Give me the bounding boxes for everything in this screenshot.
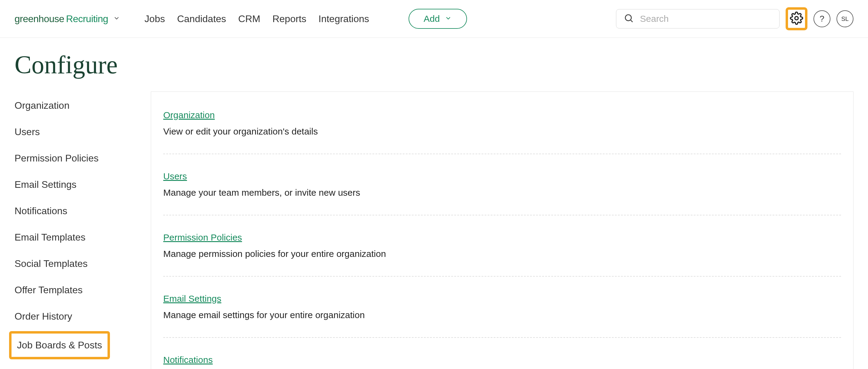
sidebar-item-offer-templates[interactable]: Offer Templates — [14, 284, 142, 296]
nav-jobs[interactable]: Jobs — [145, 13, 165, 25]
add-button[interactable]: Add — [408, 9, 467, 29]
config-item-users: Users Manage your team members, or invit… — [163, 171, 841, 215]
config-desc: Manage email settings for your entire or… — [163, 310, 841, 320]
chevron-down-icon[interactable] — [113, 14, 120, 23]
config-link-email-settings[interactable]: Email Settings — [163, 294, 221, 304]
search-icon — [624, 13, 634, 25]
logo-group[interactable]: greenhouse Recruiting — [14, 13, 120, 25]
config-desc: View or edit your organization's details — [163, 126, 841, 136]
main-nav: Jobs Candidates CRM Reports Integrations — [145, 13, 369, 25]
config-link-notifications[interactable]: Notifications — [163, 355, 213, 365]
top-bar: greenhouse Recruiting Jobs Candidates CR… — [0, 0, 868, 38]
question-icon: ? — [819, 14, 825, 24]
config-item-organization: Organization View or edit your organizat… — [163, 110, 841, 154]
config-desc: Manage permission policies for your enti… — [163, 249, 841, 259]
config-desc: Manage your team members, or invite new … — [163, 187, 841, 198]
sidebar-item-notifications[interactable]: Notifications — [14, 206, 142, 217]
sidebar-item-order-history[interactable]: Order History — [14, 311, 142, 322]
sidebar-item-email-settings[interactable]: Email Settings — [14, 179, 142, 190]
page-title: Configure — [0, 38, 868, 92]
search-input[interactable] — [640, 13, 772, 24]
user-avatar[interactable]: SL — [837, 10, 854, 27]
sidebar-item-job-boards-posts[interactable]: Job Boards & Posts — [9, 331, 110, 359]
nav-candidates[interactable]: Candidates — [177, 13, 226, 25]
settings-button-highlighted[interactable] — [786, 7, 807, 30]
config-item-permission-policies: Permission Policies Manage permission po… — [163, 233, 841, 277]
sidebar-item-social-templates[interactable]: Social Templates — [14, 258, 142, 269]
config-link-organization[interactable]: Organization — [163, 110, 215, 120]
nav-crm[interactable]: CRM — [238, 13, 260, 25]
config-link-users[interactable]: Users — [163, 171, 187, 181]
sidebar-item-organization[interactable]: Organization — [14, 100, 142, 111]
logo-part2: Recruiting — [66, 13, 108, 25]
help-button[interactable]: ? — [813, 10, 831, 27]
svg-point-2 — [795, 17, 798, 20]
add-button-label: Add — [424, 13, 440, 24]
content-row: Organization Users Permission Policies E… — [0, 92, 868, 369]
sidebar-item-permission-policies[interactable]: Permission Policies — [14, 153, 142, 164]
search-box[interactable] — [616, 9, 780, 29]
svg-point-0 — [625, 15, 631, 21]
main-panel: Organization View or edit your organizat… — [151, 92, 854, 369]
svg-line-1 — [631, 20, 633, 22]
sidebar-item-email-templates[interactable]: Email Templates — [14, 232, 142, 243]
logo-part1: greenhouse — [14, 13, 64, 25]
config-link-permission-policies[interactable]: Permission Policies — [163, 233, 242, 242]
chevron-down-icon — [444, 13, 452, 24]
gear-icon — [790, 11, 803, 26]
nav-integrations[interactable]: Integrations — [319, 13, 369, 25]
logo: greenhouse Recruiting — [14, 13, 108, 25]
avatar-initials: SL — [841, 16, 848, 23]
config-item-notifications: Notifications Configure your notificatio… — [163, 355, 841, 369]
sidebar: Organization Users Permission Policies E… — [14, 92, 142, 369]
config-item-email-settings: Email Settings Manage email settings for… — [163, 294, 841, 338]
sidebar-item-users[interactable]: Users — [14, 126, 142, 137]
nav-reports[interactable]: Reports — [272, 13, 306, 25]
